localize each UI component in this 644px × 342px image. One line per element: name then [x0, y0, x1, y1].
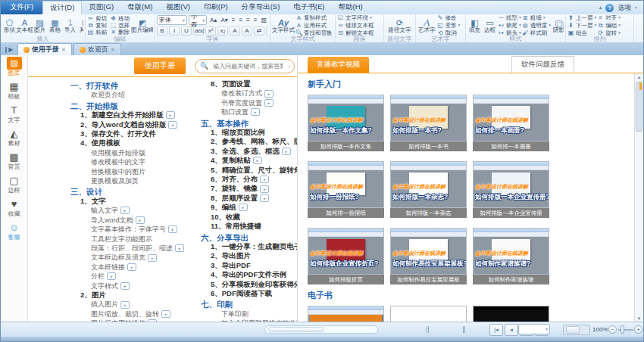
ribbon-button[interactable]: 🔍查找和替换▾ [295, 30, 333, 36]
help-entry[interactable]: 五、基本操作 ▸ [201, 119, 297, 128]
help-entry[interactable]: 替换模板中的图片 ▸ [70, 167, 201, 176]
ribbon-button[interactable]: ▤粘贴 [87, 29, 107, 36]
ribbon-button[interactable]: ⧉编组▾ [597, 22, 621, 29]
video-card[interactable]: 金印客设计师在线讲解 如何制作易拉宝展架展板? 如何制作易拉宝展架展板 [390, 228, 467, 284]
panel-tab[interactable]: 直播教学视频 [308, 57, 369, 73]
sidebar-item[interactable]: T 文字 [2, 104, 27, 123]
help-entry[interactable]: 分栏 ▸ [70, 272, 201, 281]
panel-tab[interactable]: 软件问题反馈 [511, 56, 574, 73]
help-entry[interactable]: 七、印刷 ▸ [201, 300, 297, 309]
help-entry[interactable]: 3、全选、多选、框选 ▸ [201, 147, 297, 156]
help-entry[interactable]: 文字样式 ▸ [70, 281, 201, 291]
ribbon-button[interactable]: ⊟解锁文本框▾ [337, 30, 374, 36]
font-toggle-button[interactable]: x₂ [217, 26, 228, 36]
shadow-button[interactable]: ▢ 阴影 [552, 18, 564, 33]
help-entry[interactable]: 2、导入word文档自动排版 ▸ [70, 120, 201, 129]
video-card[interactable]: 金印客设计师在线讲解 如何排一本画册? 如何排一本画册 [473, 95, 549, 151]
page-nav-button[interactable]: |◂ [489, 324, 503, 336]
help-entry[interactable]: 修改装订方式 ▸ [201, 89, 297, 98]
text-style-button[interactable]: Ay 文字样式 [272, 18, 295, 33]
fill-button[interactable]: ◧ 填充 [467, 18, 482, 33]
ribbon-button[interactable]: ◱变形▾ [437, 22, 461, 29]
hscrollbar-thumb[interactable] [268, 327, 324, 332]
help-entry[interactable]: 2、参考线、网格、标尺、版心 ▸ [201, 137, 297, 146]
help-entry[interactable]: 2、图片 ▸ [70, 291, 201, 300]
ribbon-button[interactable]: ≡对齐▾ [597, 15, 621, 21]
help-entry[interactable]: 6、对齐、分布 ▸ [201, 175, 297, 184]
font-tool-button[interactable]: ≡ [252, 16, 259, 25]
page-select[interactable]: ▾ [518, 324, 550, 334]
font-tool-button[interactable]: A▴ [208, 16, 218, 25]
sidebar-item[interactable]: ◭ 素材 [2, 127, 27, 147]
page-preview-slider[interactable] [563, 325, 590, 335]
video-card[interactable]: 金印客设计师在线讲解 如何排版一本企业宣传册? 如何排版一本企业宣传册 [473, 161, 549, 218]
help-entry[interactable]: 欢迎页介绍 ▸ [70, 90, 201, 99]
font-tool-button[interactable]: ▥ [259, 16, 268, 25]
help-entry[interactable]: 二、开始排版 ▸ [70, 101, 201, 110]
close-icon[interactable]: ✕ [111, 47, 115, 53]
ribbon-button[interactable]: ⟳旋转▾ [597, 30, 621, 36]
help-entry[interactable]: 1、新建空白文件开始排版 ▸ [70, 110, 201, 120]
help-entry[interactable]: 导入word文档 ▸ [70, 216, 201, 225]
menu-item[interactable]: 设计(D) [42, 1, 82, 14]
help-entry[interactable]: 一、打开软件 ▸ [70, 81, 201, 90]
ribbon-button[interactable]: ✥移动 [110, 15, 130, 22]
help-entry[interactable]: 8、页面设置 ▸ [201, 79, 297, 89]
sidebar-item[interactable]: ▩ 背景 [2, 151, 27, 170]
menu-item[interactable]: 文件(F) [1, 1, 42, 14]
close-icon[interactable]: ✕ [61, 47, 66, 53]
help-entry[interactable]: 8、层顺序设置 ▸ [201, 194, 297, 203]
page-nav-button[interactable]: ◂ [505, 324, 518, 336]
ribbon-button[interactable]: ∞链接文本框▾ [337, 22, 374, 29]
scroll-up-icon[interactable]: ▲ [635, 73, 643, 81]
ribbon-button[interactable]: 🖌样式刷▾ [522, 30, 551, 36]
sidebar-item[interactable]: ♥ 收藏 [2, 197, 27, 217]
font-toggle-button[interactable]: I [169, 26, 180, 36]
ribbon-button[interactable]: ≣粗细▾ [522, 15, 551, 21]
help-entry[interactable]: 勒口设置 ▸ [201, 107, 297, 117]
video-card[interactable]: 金印客设计师在线讲解 如何排版一本作文集? 如何排版一本作文集 [308, 95, 384, 151]
help-entry[interactable]: 1、文字 ▸ [70, 197, 201, 206]
font-toggle-button[interactable]: A [230, 26, 240, 36]
ribbon-button[interactable]: ◩ 图片编辑 [130, 18, 153, 33]
help-entry[interactable]: 3、导出PDF ▸ [201, 261, 297, 270]
sidebar-item[interactable]: ▨ 图库 [2, 57, 27, 76]
help-entry[interactable]: 9、编组 ▸ [201, 203, 297, 212]
ribbon-button[interactable]: ⬚选择 [110, 22, 130, 29]
ribbon-button[interactable]: A应用样式▾ [295, 22, 333, 29]
font-tool-button[interactable]: ≡ [245, 16, 252, 25]
help-entry[interactable]: 10、收藏 ▸ [201, 213, 297, 222]
document-tab[interactable]: 欢迎页 ✕ [73, 43, 121, 55]
help-entry[interactable]: 5、分享模板到金印客获得分成 ▸ [201, 280, 297, 289]
ribbon-button[interactable]: ⬠ 形状 [2, 18, 17, 33]
ribbon-button[interactable]: ◍透明度▾ [522, 22, 551, 29]
help-entry[interactable]: 3、保存文件、打开文件 ▸ [70, 129, 201, 138]
font-tool-button[interactable]: ≡ [230, 16, 237, 25]
help-entry[interactable]: 工具栏文字功能图示 ▸ [70, 235, 201, 244]
help-search-box[interactable]: 🔍 ⌄ [195, 59, 295, 73]
video-card[interactable]: 金印客设计师在线讲解 如何排版企业宣传折页? 如何排版折页 [308, 228, 384, 284]
help-entry[interactable]: 1、一键分享：生成翻页电子书 ▸ [201, 242, 297, 251]
help-icon[interactable]: ? [605, 4, 614, 12]
font-tool-button[interactable]: ≡ [237, 16, 244, 25]
help-entry[interactable]: 2、导出图片 ▸ [201, 251, 297, 260]
manual-button[interactable]: 使用手册 [134, 58, 186, 74]
menu-item[interactable]: 母版(M) [120, 1, 159, 14]
help-entry[interactable]: 插入图片 ▸ [70, 300, 201, 309]
help-entry[interactable]: 文本框边框及填充 ▸ [70, 253, 201, 262]
options-menu[interactable]: 选项 [617, 3, 631, 13]
ribbon-button[interactable]: ✂剪切 [87, 15, 107, 22]
help-entry[interactable]: 11、常用快捷键 ▸ [201, 222, 297, 231]
sidebar-item[interactable]: ☺ 客服 [2, 221, 27, 241]
ribbon-button[interactable]: ⤵ 导入 [63, 18, 77, 33]
help-entry[interactable]: 4、导出的PDF文件示例 ▸ [201, 270, 297, 279]
ribbon-button[interactable]: ⟲取消▾ [437, 30, 461, 36]
help-entry[interactable]: 4、使用模板 ▸ [70, 138, 201, 148]
sidebar-item[interactable]: ▢ 边框 [2, 174, 27, 194]
ribbon-button[interactable]: ▦ 表格 [48, 18, 62, 33]
search-input[interactable] [211, 62, 284, 70]
video-card[interactable]: 金印客设计师在线讲解 如何制作家谱族谱? 如何制作家谱族谱 [473, 228, 549, 284]
document-tab[interactable]: 使用手册 ✕ [17, 43, 72, 55]
help-entry[interactable]: 5、精确位置、尺寸、旋转角度 ▸ [201, 166, 297, 175]
font-family-select[interactable]: 宋体▾ [157, 15, 187, 25]
